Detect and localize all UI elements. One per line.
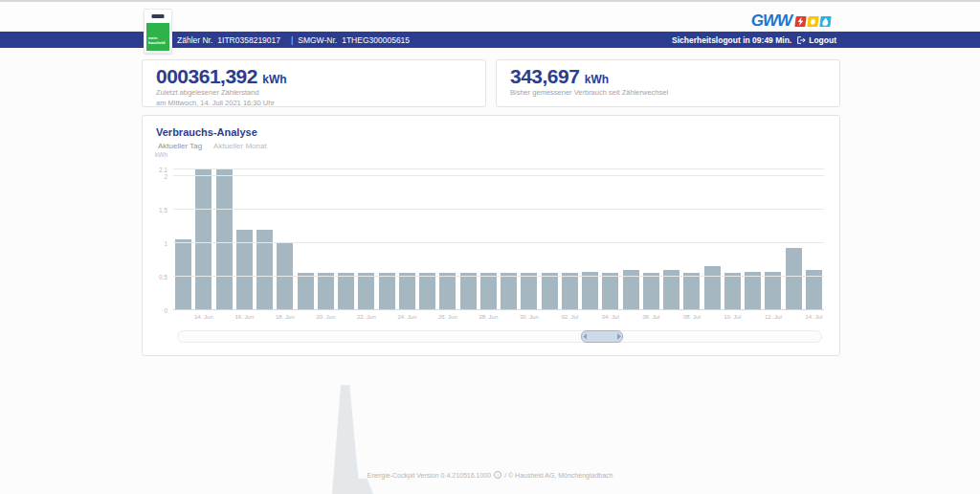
bar-20-jun[interactable]	[318, 273, 334, 310]
bar-slot	[702, 162, 723, 310]
y-axis: kWh 00.511.522.1	[150, 162, 169, 310]
x-tick-label: 22. Jun	[356, 314, 376, 320]
bar-03-jul[interactable]	[582, 272, 598, 310]
x-tick-label	[621, 314, 641, 320]
gridline	[173, 242, 824, 243]
consumption-caption: Bisher gemessener Verbrauch seit Zählerw…	[510, 88, 839, 99]
bar-slot	[173, 162, 193, 310]
x-axis-labels: 14. Jun16. Jun18. Jun20. Jun22. Jun24. J…	[173, 314, 824, 320]
bar-15-jun[interactable]	[216, 169, 233, 310]
gww-logo: GWW	[751, 11, 831, 31]
bar-08-jul[interactable]	[683, 273, 700, 310]
bar-30-jun[interactable]	[521, 273, 537, 310]
meter-reading-caption: Zuletzt abgelesener Zählerstand am Mittw…	[156, 88, 485, 109]
gridline	[173, 309, 824, 310]
gridline	[173, 175, 824, 176]
gww-logo-text: GWW	[751, 11, 791, 31]
consumption-unit: kWh	[585, 73, 609, 86]
y-tick-label: 2	[164, 172, 167, 179]
consumption-value: 343,697 kWh	[510, 66, 839, 86]
x-tick-label	[214, 314, 234, 320]
meter-number-label: Zähler Nr.	[177, 35, 212, 45]
bar-09-jul[interactable]	[704, 266, 721, 310]
chart-range-scrollbar[interactable]	[177, 330, 822, 343]
consumption-caption-line1: Bisher gemessener Verbrauch seit Zählerw…	[510, 88, 839, 99]
bar-14-jun[interactable]	[195, 169, 212, 310]
bar-26-jun[interactable]	[439, 273, 456, 310]
bar-02-jul[interactable]	[562, 273, 578, 310]
bar-slot	[743, 162, 763, 310]
bar-slot	[784, 162, 804, 310]
info-icon[interactable]: i	[494, 471, 501, 479]
bar-28-jun[interactable]	[480, 273, 497, 310]
bar-slot	[356, 162, 376, 310]
meter-identifiers: Zähler Nr.1ITR0358219017|SMGW-Nr.1THEG30…	[177, 35, 414, 45]
smgw-number-value: 1THEG300005615	[342, 35, 410, 45]
bar-13-jul[interactable]	[786, 248, 802, 310]
tab-current-month[interactable]: Aktueller Monat	[213, 142, 267, 150]
bar-24-jun[interactable]	[399, 273, 415, 310]
scrollbar-right-handle-icon[interactable]	[617, 333, 621, 340]
x-tick-label	[661, 314, 681, 320]
bar-slot	[397, 162, 417, 310]
bar-10-jul[interactable]	[724, 273, 741, 310]
bar-slot	[580, 162, 600, 310]
scrollbar-thumb[interactable]	[581, 330, 623, 343]
scrollbar-left-handle-icon[interactable]	[583, 333, 587, 340]
navigator-mini-chart	[332, 333, 602, 494]
bar-slot	[681, 162, 702, 310]
x-tick-label: 08. Jul	[681, 314, 702, 320]
bar-25-jun[interactable]	[419, 273, 435, 310]
bar-06-jul[interactable]	[643, 273, 659, 310]
bar-11-jul[interactable]	[745, 272, 761, 310]
bar-slot	[316, 162, 336, 310]
tab-current-day[interactable]: Aktueller Tag	[158, 142, 202, 150]
bar-slot	[763, 162, 783, 310]
separator: |	[291, 35, 293, 45]
bar-19-jun[interactable]	[298, 273, 314, 310]
bars-row	[173, 162, 824, 310]
x-tick-label	[702, 314, 723, 320]
x-tick-label	[377, 314, 397, 320]
bar-01-jul[interactable]	[542, 273, 558, 310]
bar-22-jun[interactable]	[358, 273, 374, 310]
consumption-card: 343,697 kWh Bisher gemessener Verbrauch …	[496, 59, 840, 107]
session-controls: Sicherheitslogout in 09:49 Min. Logout	[672, 35, 836, 45]
bar-slot	[804, 162, 824, 310]
y-axis-unit-label: kWh	[155, 151, 167, 158]
bar-slot	[296, 162, 316, 310]
bar-04-jul[interactable]	[602, 273, 618, 310]
y-tick-label: 2.1	[159, 166, 167, 172]
x-tick-label: 24. Jun	[397, 314, 417, 320]
gridline	[173, 276, 824, 277]
bar-slot	[275, 162, 295, 310]
consumption-analysis-panel: Verbrauchs-Analyse Aktueller Tag Aktuell…	[142, 115, 840, 356]
bar-slot	[377, 162, 397, 310]
x-tick-label: 28. Jun	[479, 314, 499, 320]
logout-button[interactable]: Logout	[796, 35, 836, 45]
meter-reading-number: 000361,392	[156, 65, 257, 87]
bar-21-jun[interactable]	[338, 273, 354, 310]
gridline	[173, 168, 824, 169]
x-tick-label	[743, 314, 763, 320]
bar-12-jul[interactable]	[765, 272, 781, 310]
y-tick-label: 1.5	[159, 206, 167, 213]
y-tick-label: 1	[164, 239, 167, 246]
x-tick-label: 18. Jun	[275, 314, 295, 320]
x-tick-label: 02. Jul	[560, 314, 580, 320]
bar-18-jun[interactable]	[277, 243, 293, 310]
meter-reading-unit: kWh	[262, 73, 286, 86]
panel-title: Verbrauchs-Analyse	[156, 126, 257, 138]
meter-reading-card: 000361,392 kWh Zuletzt abgelesener Zähle…	[142, 59, 486, 107]
bar-29-jun[interactable]	[501, 273, 517, 310]
x-tick-label	[173, 314, 193, 320]
bar-23-jun[interactable]	[379, 273, 395, 310]
x-tick-label: 14. Jul	[804, 314, 824, 320]
electricity-bolt-icon	[794, 16, 806, 27]
gas-flame-icon	[807, 16, 818, 27]
x-tick-label: 20. Jun	[316, 314, 336, 320]
meter-reading-caption-line2: am Mittwoch, 14. Juli 2021 16:30 Uhr	[156, 99, 485, 109]
bar-slot	[255, 162, 275, 310]
bar-27-jun[interactable]	[460, 273, 477, 310]
x-tick-label	[296, 314, 316, 320]
